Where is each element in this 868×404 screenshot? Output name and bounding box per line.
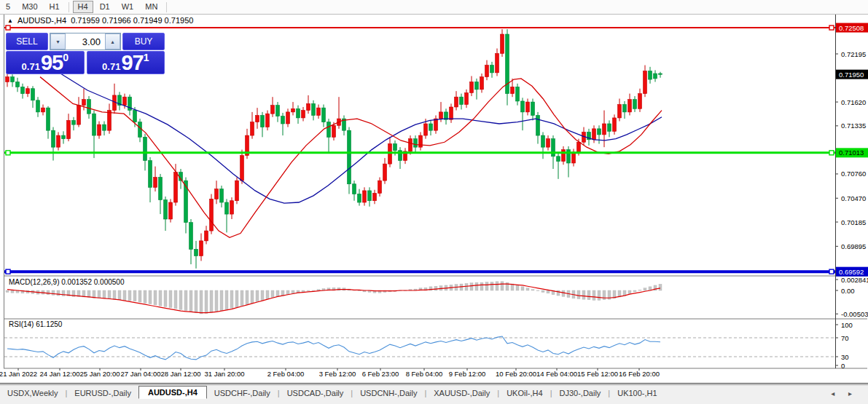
candle-body [450,107,453,119]
candle-body [174,173,178,202]
candle-body [618,105,622,118]
candle-body [373,193,377,200]
candle-body [276,106,280,116]
price-tick-label: 0.69895 [841,242,866,250]
chart-window[interactable]: 0.721950.716200.713350.707600.704700.701… [0,14,868,384]
price-tick-label: 0.70760 [841,170,866,178]
candle-body [485,66,489,77]
time-tick-label: 15 Feb 12:00 [577,370,618,378]
chart-tab-bar: USDX,Weekly|EURUSD-,DailyAUDUSD-,H4USDCH… [0,384,868,401]
mt4-terminal: 5M30H1H4D1W1MN 0.721950.716200.713350.70… [0,0,868,404]
macd-histogram-bar [154,290,157,305]
candle-body [501,34,504,53]
macd-histogram-bar [128,290,131,301]
macd-histogram-bar [638,290,641,290]
tab-uk100-h1[interactable]: UK100-,H1 [610,387,664,399]
chart-marker-icon: ▲ [7,17,13,24]
candle-body [521,101,525,112]
macd-histogram-bar [562,290,565,296]
candle-body [332,125,336,137]
candle-body [317,108,321,115]
macd-histogram-bar [593,290,595,300]
candle-body [72,120,76,124]
candle-body [261,115,265,127]
candle-body [348,130,351,184]
volume-input[interactable]: 3.00 [66,33,105,49]
time-tick-label: 21 Jan 2022 [0,370,37,378]
time-tick-label: 3 Feb 12:00 [319,370,356,378]
tab-audusd-h4[interactable]: AUDUSD-,H4 [138,386,207,399]
macd-histogram-bar [62,290,65,296]
candle-body [82,100,86,106]
candle-body [638,94,642,109]
timeframe-button-h1[interactable]: H1 [44,1,65,13]
timeframe-button-d1[interactable]: D1 [95,1,115,13]
buy-price-box[interactable]: 0.71 97 1 [87,51,165,74]
time-tick-label: 6 Feb 23:00 [362,370,399,378]
price-tag-label: 0.69592 [839,268,864,276]
time-tick-label: 24 Jan 12:00 [40,370,80,378]
macd-histogram-bar [307,290,310,291]
timeframe-button-mn[interactable]: MN [140,1,163,13]
candle-body [363,191,367,202]
candle-body [21,87,25,93]
macd-histogram-bar [465,283,468,290]
chart-title: ▲ AUDUSD-,H4 0.71959 0.71966 0.71949 0.7… [7,16,193,25]
tab-usdx-weekly[interactable]: USDX,Weekly [0,387,65,399]
one-click-trading-panel: SELL ▾ 3.00 ▴ BUY 0.71 95 0 0.71 97 1 [6,33,165,76]
candle-body [77,106,81,124]
timeframe-toolbar: 5M30H1H4D1W1MN [0,0,868,15]
candle-body [322,108,326,122]
macd-histogram-bar [149,290,152,304]
candle-body [47,108,50,130]
macd-histogram-bar [189,290,192,312]
timeframe-button-h4[interactable]: H4 [73,1,93,13]
macd-histogram-bar [98,290,101,298]
line-handle [6,151,10,155]
candle-body [531,102,535,115]
tab-usdcad-daily[interactable]: USDCAD-,Daily [280,387,351,399]
candle-body [108,111,112,131]
tab-usdchf-daily[interactable]: USDCHF-,Daily [207,387,278,399]
macd-histogram-bar [271,290,274,298]
volume-decrease-button[interactable]: ▾ [50,33,66,49]
candle-body [480,77,484,90]
macd-histogram-bar [179,290,182,309]
timeframe-button-5[interactable]: 5 [1,1,15,13]
tab-usdcnh-daily[interactable]: USDCNH-,Daily [353,387,424,399]
candle-body [6,77,9,82]
tab-ukoil-h4[interactable]: UKOil-,H4 [499,387,550,399]
candle-body [200,241,203,256]
candle-body [613,118,617,131]
tab-xauusd-daily[interactable]: XAUUSD-,Daily [426,387,497,399]
buy-button[interactable]: BUY [122,33,165,50]
macd-axis-label: 0.002841 [841,276,868,284]
tab-scroll-arrows[interactable]: ◂ ▸ [831,389,858,397]
sell-button[interactable]: SELL [6,33,48,50]
macd-histogram-bar [256,290,259,301]
candle-body [654,74,657,79]
line-handle [6,25,10,30]
time-axis: 21 Jan 202224 Jan 12:0025 Jan 20:0027 Ja… [0,368,660,378]
macd-histogram-bar [164,290,167,306]
macd-histogram-bar [47,290,50,295]
macd-histogram-bar [6,290,9,293]
candle-body [16,82,20,87]
timeframe-button-m30[interactable]: M30 [17,1,42,13]
sell-price-box[interactable]: 0.71 95 0 [6,51,85,74]
candle-body [256,115,259,122]
macd-histogram-bar [598,290,601,300]
tab-dj30-daily[interactable]: DJ30-,Daily [552,387,609,399]
macd-histogram-bar [174,290,177,309]
macd-histogram-bar [195,290,198,313]
macd-histogram-bar [317,290,320,290]
volume-increase-button[interactable]: ▴ [105,33,120,49]
macd-histogram-bar [587,290,590,300]
timeframe-button-w1[interactable]: W1 [117,1,139,13]
macd-histogram-bar [200,290,203,314]
macd-histogram-bar [434,286,437,290]
macd-histogram-bar [133,290,136,301]
tab-eurusd-daily[interactable]: EURUSD-,Daily [67,387,138,399]
candle-body [144,137,147,160]
candle-body [628,100,632,112]
